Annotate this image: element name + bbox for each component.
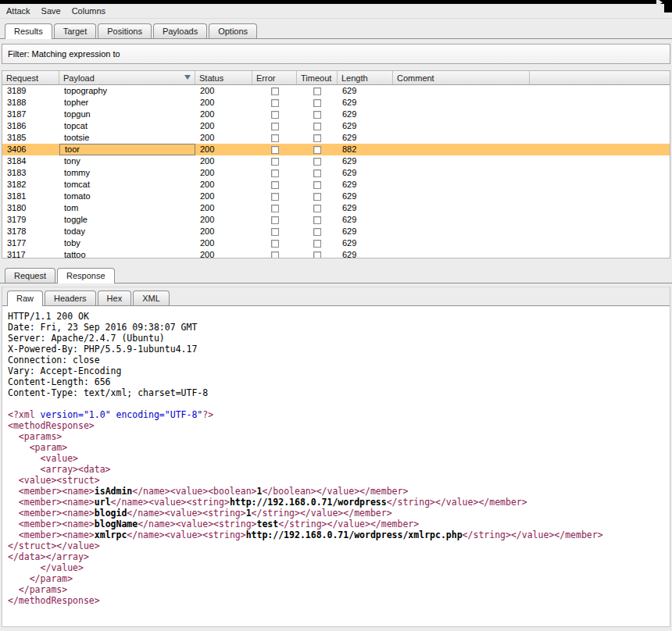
column-header-timeout[interactable]: Timeout — [297, 71, 338, 84]
error-checkbox — [271, 216, 279, 224]
cell-error — [252, 167, 297, 179]
cell-length: 629 — [338, 109, 393, 120]
table-row[interactable]: 3117tattoo200629 — [2, 249, 670, 258]
column-header-length[interactable]: Length — [338, 71, 393, 84]
table-row[interactable]: 3406toor200882 — [2, 144, 670, 155]
response-line: Vary: Accept-Encoding — [8, 365, 670, 376]
table-row[interactable]: 3178today200629 — [2, 226, 670, 237]
message-tab-response[interactable]: Response — [57, 268, 115, 283]
cell-length: 629 — [338, 167, 393, 179]
cell-length: 629 — [338, 120, 393, 132]
error-checkbox — [271, 193, 279, 201]
error-checkbox — [271, 158, 279, 166]
table-row[interactable]: 3189topography200629 — [2, 85, 670, 97]
cell-comment — [393, 191, 530, 202]
tab-positions[interactable]: Positions — [98, 23, 152, 38]
cell-payload: topography — [59, 85, 195, 97]
tab-results[interactable]: Results — [5, 23, 52, 39]
view-tab-raw[interactable]: Raw — [7, 291, 43, 306]
tab-target[interactable]: Target — [54, 23, 97, 38]
response-line: <member><name>blogName</name><value><str… — [8, 519, 670, 529]
table-row[interactable]: 3187topgun200629 — [2, 109, 670, 120]
menu-item-save[interactable]: Save — [41, 6, 61, 16]
cell-length: 629 — [338, 97, 393, 109]
message-tab-request[interactable]: Request — [5, 268, 55, 283]
cell-payload: topcat — [59, 120, 195, 132]
cell-request: 3182 — [2, 179, 59, 191]
view-tab-xml[interactable]: XML — [133, 291, 170, 305]
cell-payload: tomcat — [59, 179, 195, 191]
cell-timeout — [297, 167, 338, 179]
table-row[interactable]: 3183tommy200629 — [2, 167, 670, 179]
cell-length: 629 — [338, 249, 393, 258]
menu-item-columns[interactable]: Columns — [72, 6, 105, 16]
table-body[interactable]: 3189topography2006293188topher2006293187… — [2, 85, 670, 258]
cell-error — [252, 202, 297, 214]
cell-status: 200 — [195, 191, 252, 202]
response-line: <member><name>blogid</name><value><strin… — [8, 508, 670, 519]
response-line: <param> — [8, 442, 670, 453]
cell-status: 200 — [195, 155, 252, 167]
response-line: </methodResponse> — [8, 595, 670, 606]
table-row[interactable]: 3182tomcat200629 — [2, 179, 670, 191]
table-row[interactable]: 3179toggle200629 — [2, 214, 670, 226]
column-header-error[interactable]: Error — [252, 71, 297, 84]
cell-timeout — [297, 144, 338, 155]
response-line: X-Powered-By: PHP/5.5.9-1ubuntu4.17 — [8, 344, 670, 355]
message-tab-strip: RequestResponse — [0, 265, 672, 283]
error-checkbox — [271, 181, 279, 189]
cell-error — [252, 144, 297, 155]
window-title-bar — [0, 0, 672, 4]
filter-bar[interactable]: Filter: Matching expression to — [2, 44, 670, 64]
cell-status: 200 — [195, 167, 252, 179]
cell-error — [252, 155, 297, 167]
table-row[interactable]: 3186topcat200629 — [2, 120, 670, 132]
table-row[interactable]: 3188topher200629 — [2, 97, 670, 109]
cell-length: 629 — [338, 202, 393, 214]
timeout-checkbox — [313, 193, 321, 201]
cell-timeout — [297, 179, 338, 191]
response-line: <value> — [8, 453, 670, 464]
error-checkbox — [271, 228, 279, 236]
tab-options[interactable]: Options — [209, 23, 257, 38]
table-row[interactable]: 3177toby200629 — [2, 237, 670, 249]
cell-payload: tattoo — [59, 249, 195, 258]
response-line: <member><name>url</name><value><string>h… — [8, 497, 670, 508]
timeout-checkbox — [313, 123, 321, 130]
column-label: Status — [199, 73, 223, 83]
view-tab-strip: RawHeadersHexXML — [2, 287, 670, 306]
cell-timeout — [297, 97, 338, 109]
error-checkbox — [271, 111, 279, 119]
cell-error — [252, 179, 297, 191]
timeout-checkbox — [313, 216, 321, 224]
column-header-comment[interactable]: Comment — [393, 71, 530, 84]
menu-bar: AttackSaveColumns — [0, 4, 672, 19]
column-header-status[interactable]: Status — [195, 71, 252, 84]
view-tab-headers[interactable]: Headers — [45, 291, 96, 305]
cell-comment — [393, 167, 530, 179]
table-row[interactable]: 3184tony200629 — [2, 155, 670, 167]
tab-payloads[interactable]: Payloads — [153, 23, 207, 38]
view-tab-hex[interactable]: Hex — [98, 291, 132, 305]
splitter[interactable] — [0, 258, 672, 265]
cell-length: 629 — [338, 132, 393, 144]
column-header-request[interactable]: Request — [2, 71, 59, 84]
response-line: Content-Length: 656 — [8, 376, 670, 387]
table-row[interactable]: 3181tomato200629 — [2, 191, 670, 202]
cell-timeout — [297, 202, 338, 214]
column-header-payload[interactable]: Payload — [59, 71, 195, 84]
cell-status: 200 — [195, 179, 252, 191]
cell-payload: tomato — [59, 191, 195, 202]
response-raw-view[interactable]: HTTP/1.1 200 OKDate: Fri, 23 Sep 2016 09… — [2, 306, 670, 626]
cell-payload: tootsie — [59, 132, 195, 144]
table-row[interactable]: 3180tom200629 — [2, 202, 670, 214]
cell-error — [252, 226, 297, 237]
response-line: Date: Fri, 23 Sep 2016 09:38:07 GMT — [8, 322, 670, 333]
cell-length: 882 — [338, 144, 393, 155]
table-row[interactable]: 3185tootsie200629 — [2, 132, 670, 144]
response-panel: RawHeadersHexXML HTTP/1.1 200 OKDate: Fr… — [2, 287, 670, 627]
column-label: Timeout — [301, 73, 331, 83]
menu-item-attack[interactable]: Attack — [6, 6, 30, 16]
cell-comment — [393, 132, 530, 144]
cell-request: 3117 — [2, 249, 59, 258]
